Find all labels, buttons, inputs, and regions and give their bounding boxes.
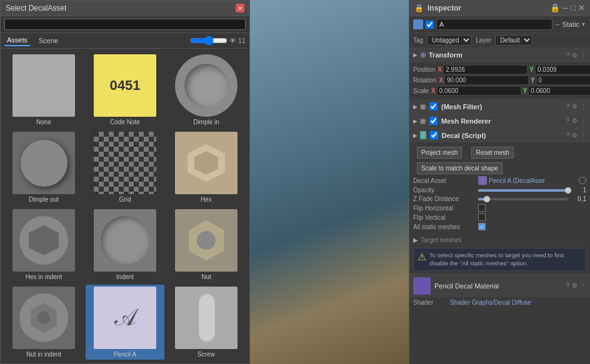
- transform-section-header[interactable]: ▶ ⊕ Transform ? ⚙ ⋮: [409, 48, 590, 62]
- help-icon[interactable]: ?: [566, 103, 569, 110]
- lock-icon[interactable]: 🔒: [550, 3, 560, 12]
- help-icon[interactable]: ?: [566, 282, 569, 289]
- all-static-row: All static meshes: [413, 223, 586, 230]
- flip-h-checkbox[interactable]: [478, 204, 486, 212]
- shader-label: Shader: [413, 299, 448, 306]
- scale-row: Scale X Y Z: [413, 86, 586, 96]
- close-inspector-icon[interactable]: ✕: [578, 3, 585, 12]
- x-label: X: [438, 66, 442, 73]
- active-checkbox[interactable]: [426, 21, 434, 29]
- scale-y-input[interactable]: [528, 86, 590, 96]
- scale-label: Scale: [413, 87, 429, 94]
- minimize-icon[interactable]: ─: [562, 3, 568, 12]
- z-fade-slider-track[interactable]: [478, 198, 568, 200]
- viewport[interactable]: [250, 0, 409, 364]
- opacity-slider-fill: [478, 189, 568, 192]
- settings-icon[interactable]: ⚙: [572, 103, 578, 110]
- asset-thumb: 0451: [94, 54, 156, 117]
- x-label: X: [431, 87, 436, 94]
- asset-label: Nut: [201, 273, 211, 280]
- asset-label: Hex: [201, 196, 212, 203]
- rotation-xyz: X Y Z: [439, 76, 590, 85]
- list-item[interactable]: Nut: [167, 207, 246, 282]
- decal-asset-circle[interactable]: [579, 177, 586, 184]
- decal-icons: ? ⚙ ⋮: [566, 132, 586, 139]
- close-button[interactable]: ✕: [236, 4, 244, 12]
- maximize-icon[interactable]: □: [571, 3, 576, 12]
- mesh-renderer-checkbox[interactable]: [429, 117, 438, 125]
- mesh-filter-header[interactable]: ▶ ▦ (Mesh Filter) ? ⚙ ⋮: [409, 100, 590, 114]
- list-item[interactable]: Screw: [167, 285, 246, 360]
- list-item[interactable]: 0451 Code Note: [86, 52, 164, 127]
- z-fade-slider-row: 0.1: [478, 195, 586, 202]
- list-item[interactable]: Nut in indent: [4, 285, 83, 360]
- list-item[interactable]: Grid: [86, 130, 164, 205]
- zoom-slider[interactable]: [190, 36, 228, 46]
- settings-icon[interactable]: ⚙: [572, 132, 578, 139]
- list-item[interactable]: Dimple out: [4, 130, 83, 205]
- asset-label: Nut in indent: [26, 351, 61, 358]
- flip-v-checkbox[interactable]: [478, 214, 486, 221]
- help-icon[interactable]: ?: [566, 132, 569, 139]
- tag-layer-row: Tag Untagged Layer Default: [409, 33, 590, 48]
- list-item[interactable]: 𝒜 Pencil A: [86, 285, 164, 360]
- project-mesh-button[interactable]: Project mesh: [417, 147, 462, 159]
- list-item[interactable]: Hex: [167, 130, 246, 205]
- asset-label: None: [36, 119, 51, 125]
- position-y-input[interactable]: [535, 65, 590, 74]
- all-static-checkbox[interactable]: [478, 223, 486, 230]
- mesh-renderer-collapse: ▶: [413, 118, 418, 124]
- scale-to-match-button[interactable]: Scale to match decal shape: [417, 162, 502, 174]
- settings-icon[interactable]: ⚙: [572, 52, 578, 59]
- opacity-value: 1: [571, 187, 586, 194]
- rotation-x-field: X: [439, 76, 529, 85]
- rotation-y-input[interactable]: [536, 76, 590, 85]
- transform-fields: Position X Y Z Rotation: [409, 62, 590, 100]
- list-item[interactable]: Indent: [86, 207, 164, 282]
- position-x-field: X: [438, 65, 528, 74]
- opacity-slider-thumb[interactable]: [565, 187, 571, 194]
- settings-icon[interactable]: ⚙: [572, 282, 578, 289]
- scale-x-field: X: [431, 86, 521, 96]
- decal-checkbox[interactable]: [430, 131, 438, 139]
- scale-x-input[interactable]: [437, 86, 521, 96]
- more-icon[interactable]: ⋮: [580, 132, 586, 139]
- scale-y-field: Y: [523, 86, 590, 96]
- layer-select[interactable]: Default: [495, 35, 532, 46]
- tag-select[interactable]: Untagged: [427, 35, 472, 46]
- more-icon[interactable]: ⋮: [580, 117, 586, 124]
- help-icon[interactable]: ?: [566, 117, 569, 124]
- y-label: Y: [531, 77, 535, 84]
- settings-icon[interactable]: ⚙: [572, 117, 578, 124]
- help-icon[interactable]: ?: [566, 52, 569, 59]
- material-thumbnail: [413, 277, 431, 295]
- more-icon[interactable]: ⋮: [580, 52, 586, 59]
- decal-collapse: ▶: [413, 132, 418, 139]
- static-dropdown-arrow[interactable]: ▼: [581, 21, 586, 27]
- search-input[interactable]: [4, 19, 246, 30]
- tab-assets[interactable]: Assets: [4, 35, 30, 46]
- rotation-label: Rotation: [413, 77, 436, 84]
- rotation-x-input[interactable]: [444, 76, 529, 85]
- view-controls: 👁 11: [190, 36, 246, 46]
- tab-scene[interactable]: Scene: [36, 36, 61, 46]
- mesh-filter-checkbox[interactable]: [429, 102, 438, 111]
- z-fade-slider-thumb[interactable]: [484, 196, 490, 202]
- object-name-input[interactable]: [436, 19, 552, 30]
- decal-script-header[interactable]: ▶ # Decal (Script) ? ⚙ ⋮: [409, 129, 590, 142]
- more-icon[interactable]: ⋮: [580, 282, 586, 289]
- mesh-renderer-header[interactable]: ▶ ▦ Mesh Renderer ? ⚙ ⋮: [409, 114, 590, 128]
- asset-label: Pencil A: [114, 351, 136, 358]
- asset-label: Dimple out: [29, 196, 59, 203]
- view-count: 👁 11: [229, 37, 246, 44]
- list-item[interactable]: Dimple in: [167, 52, 246, 127]
- list-item[interactable]: Hex in indent: [4, 207, 83, 282]
- mesh-filter-section: ▶ ▦ (Mesh Filter) ? ⚙ ⋮: [409, 100, 590, 114]
- info-icon: ⚠: [418, 251, 426, 268]
- mesh-filter-icons: ? ⚙ ⋮: [566, 103, 586, 110]
- list-item[interactable]: None: [4, 52, 83, 127]
- more-icon[interactable]: ⋮: [580, 103, 586, 110]
- reset-mesh-button[interactable]: Reset mesh: [471, 147, 513, 159]
- opacity-slider-track[interactable]: [478, 189, 568, 192]
- position-x-input[interactable]: [443, 65, 528, 74]
